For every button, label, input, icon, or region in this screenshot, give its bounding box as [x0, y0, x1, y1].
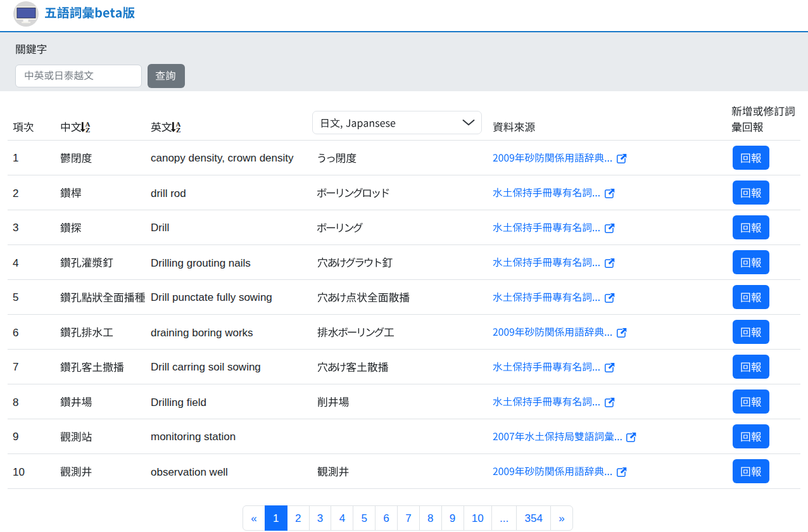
svg-text:Z: Z: [176, 126, 180, 134]
svg-text:Z: Z: [85, 126, 90, 134]
